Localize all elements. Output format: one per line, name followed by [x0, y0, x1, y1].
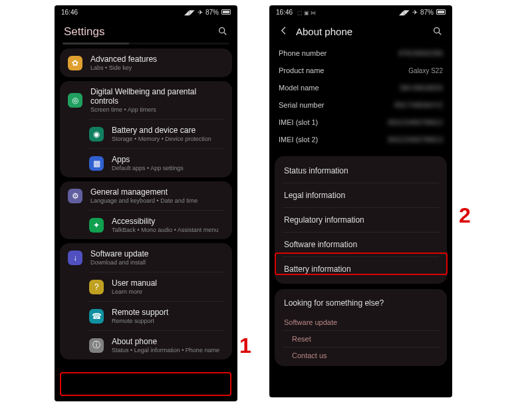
g4-item-2-label: Remote support: [112, 308, 168, 317]
kv-2: Model nameSM-S901B/DS: [269, 79, 452, 96]
status-noti-icons: ⬚ ▣ ⋈: [297, 10, 316, 16]
g2-item-1-label: Battery and device care: [112, 126, 211, 135]
g4-item-3-sub: Status • Legal information • Phone name: [112, 347, 219, 353]
page-title: Settings: [64, 25, 104, 39]
mute-icon: ◢◤: [184, 9, 195, 16]
info-row-4[interactable]: Battery information: [283, 256, 439, 281]
kv-val: 978239582395: [398, 50, 443, 57]
g2-item-0-sub: Screen time • App timers: [90, 106, 224, 113]
kv-val: SM-S901B/DS: [400, 84, 443, 92]
kv-0: Phone number978239582395: [269, 45, 452, 62]
looking-link-1[interactable]: Reset: [283, 330, 439, 347]
settings-group-4: ↓ Software update Download and install? …: [60, 243, 232, 359]
g3-item-0[interactable]: ⚙ General management Language and keyboa…: [60, 181, 232, 210]
g3-item-1[interactable]: ✦ Accessibility TalkBack • Mono audio • …: [89, 210, 224, 239]
kv-5: IMEI (slot 2)350123456789013: [269, 131, 452, 148]
g4-item-0[interactable]: ↓ Software update Download and install: [60, 243, 232, 272]
g2-item-1-sub: Storage • Memory • Device protection: [112, 136, 211, 142]
info-row-2[interactable]: Regulatory information: [283, 207, 439, 232]
looking-section: Looking for something else? Software upd…: [275, 289, 447, 366]
device-info-list: Phone number978239582395Product nameGala…: [269, 42, 452, 151]
scroll-indicator: [63, 43, 229, 45]
kv-key: Model name: [279, 84, 319, 92]
kv-key: Product name: [279, 66, 324, 74]
g4-item-2-icon: ☎: [89, 309, 104, 324]
looking-link-2[interactable]: Contact us: [283, 347, 439, 363]
g3-item-1-sub: TalkBack • Mono audio • Assistant menu: [112, 227, 218, 233]
g4-item-0-label: Software update: [90, 249, 148, 258]
svg-point-2: [434, 27, 440, 33]
g3-item-1-icon: ✦: [89, 218, 104, 233]
back-icon[interactable]: [279, 25, 289, 38]
svg-line-1: [224, 33, 226, 35]
kv-val: Galaxy S22: [408, 67, 443, 74]
g1-item-0-sub: Labs • Side key: [90, 64, 157, 71]
svg-point-0: [219, 28, 225, 33]
info-row-1[interactable]: Legal information: [283, 183, 439, 207]
g4-item-1-label: User manual: [112, 278, 157, 288]
airplane-icon: ✈: [198, 9, 203, 16]
g3-item-0-icon: ⚙: [68, 189, 82, 203]
kv-3: Serial numberR5CT40KWXYZ: [269, 96, 452, 114]
status-time: 16:46: [61, 9, 78, 16]
kv-key: Phone number: [279, 49, 327, 57]
g2-item-0[interactable]: ◎ Digital Wellbeing and parental control…: [60, 81, 232, 119]
g4-item-1-icon: ?: [89, 280, 104, 294]
settings-group-1: ✿ Advanced features Labs • Side key: [60, 49, 232, 77]
g4-item-0-icon: ↓: [68, 251, 82, 265]
page-title: About phone: [296, 26, 352, 37]
looking-link-0[interactable]: Software update: [275, 314, 447, 330]
g2-item-1-icon: ◉: [89, 127, 104, 142]
about-header: About phone: [269, 19, 452, 42]
kv-4: IMEI (slot 1)350123456789012: [269, 114, 452, 131]
kv-val: 350123456789012: [388, 119, 443, 126]
g1-item-0[interactable]: ✿ Advanced features Labs • Side key: [60, 49, 232, 77]
kv-val: 350123456789013: [388, 136, 443, 144]
g4-item-3[interactable]: ⓘ About phone Status • Legal information…: [89, 330, 224, 359]
kv-key: Serial number: [279, 101, 324, 109]
info-row-0[interactable]: Status information: [275, 159, 447, 183]
g1-item-0-icon: ✿: [68, 56, 82, 70]
status-bar: 16:46 ◢◤ ✈ 87%: [55, 5, 237, 19]
settings-group-3: ⚙ General management Language and keyboa…: [60, 181, 232, 239]
g3-item-0-label: General management: [90, 187, 198, 197]
g3-item-1-label: Accessibility: [112, 217, 218, 226]
kv-key: IMEI (slot 1): [279, 118, 318, 126]
g4-item-2[interactable]: ☎ Remote support Remote support: [89, 301, 224, 330]
g2-item-0-label: Digital Wellbeing and parental controls: [90, 87, 224, 106]
phone-settings: 16:46 ◢◤ ✈ 87% Settings ✿ Advanced featu…: [55, 5, 237, 401]
g1-item-0-label: Advanced features: [90, 54, 157, 64]
search-icon[interactable]: [432, 26, 443, 38]
g4-item-1[interactable]: ? User manual Learn more: [89, 272, 224, 301]
g2-item-1[interactable]: ◉ Battery and device care Storage • Memo…: [89, 119, 224, 148]
g4-item-2-sub: Remote support: [112, 318, 168, 324]
airplane-icon: ✈: [412, 9, 418, 16]
phone-about: 16:46 ⬚ ▣ ⋈ ◢◤ ✈ 87% About phone Phone n…: [269, 5, 452, 397]
annotation-2: 2: [459, 203, 471, 228]
battery-pct: 87%: [420, 9, 434, 16]
battery-icon: [436, 9, 446, 15]
kv-1: Product nameGalaxy S22: [269, 62, 452, 79]
looking-header: Looking for something else?: [275, 292, 447, 314]
g4-item-1-sub: Learn more: [112, 288, 157, 295]
settings-header: Settings: [55, 19, 237, 43]
g2-item-2-label: Apps: [112, 155, 184, 164]
search-icon[interactable]: [217, 26, 228, 38]
battery-icon: [221, 9, 231, 15]
kv-val: R5CT40KWXYZ: [394, 102, 443, 109]
g2-item-2-icon: ▦: [89, 156, 104, 171]
status-bar: 16:46 ⬚ ▣ ⋈ ◢◤ ✈ 87%: [269, 5, 452, 19]
svg-line-3: [439, 33, 441, 35]
g4-item-3-label: About phone: [112, 337, 219, 346]
g2-item-2[interactable]: ▦ Apps Default apps • App settings: [89, 148, 224, 177]
info-row-3[interactable]: Software information: [283, 232, 439, 256]
g4-item-0-sub: Download and install: [90, 259, 148, 266]
settings-group-2: ◎ Digital Wellbeing and parental control…: [60, 81, 232, 177]
status-time: 16:46: [276, 9, 293, 16]
g2-item-2-sub: Default apps • App settings: [112, 165, 184, 171]
information-section: Status informationLegal informationRegul…: [275, 156, 447, 284]
kv-key: IMEI (slot 2): [279, 136, 318, 144]
mute-icon: ◢◤: [399, 9, 410, 16]
annotation-1: 1: [239, 334, 251, 358]
g4-item-3-icon: ⓘ: [89, 338, 104, 353]
